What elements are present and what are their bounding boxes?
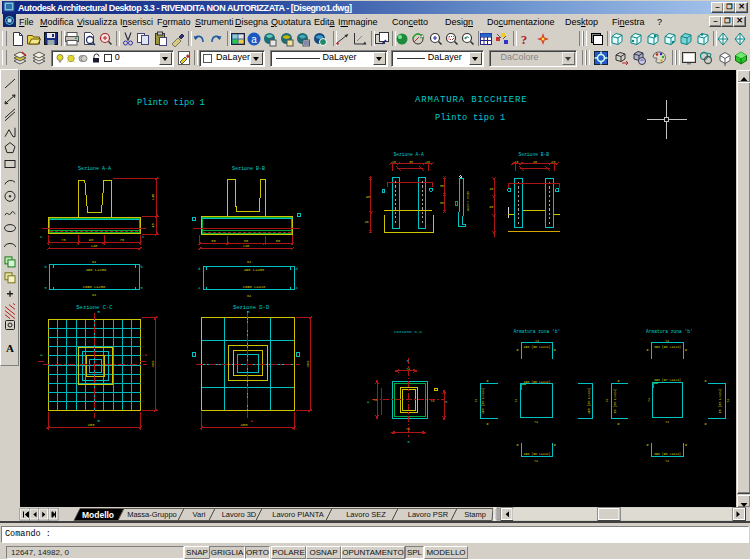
svg-text:Lavoro PSR: Lavoro PSR bbox=[408, 510, 449, 519]
svg-text:A: A bbox=[40, 353, 43, 357]
svg-text:a: a bbox=[251, 34, 257, 45]
svg-text:Ø8 (Ø8 L=424): Ø8 (Ø8 L=424) bbox=[613, 388, 617, 413]
svg-text:74: 74 bbox=[514, 399, 518, 403]
svg-text:13Ø8 L=428: 13Ø8 L=428 bbox=[243, 285, 267, 289]
svg-text:13Ø8 L=258: 13Ø8 L=258 bbox=[83, 285, 107, 289]
svg-text:400: 400 bbox=[88, 423, 96, 427]
svg-text:Sezione A-A: Sezione A-A bbox=[394, 152, 425, 157]
svg-text:Ø: Ø bbox=[487, 379, 489, 383]
svg-text:Sezione C-C: Sezione C-C bbox=[394, 329, 423, 334]
svg-text:74: 74 bbox=[665, 339, 669, 343]
svg-text:15: 15 bbox=[426, 160, 430, 164]
svg-text:Sezione B-B: Sezione B-B bbox=[232, 166, 265, 172]
svg-text:74: 74 bbox=[373, 398, 377, 402]
svg-text:Massa-Gruppo: Massa-Gruppo bbox=[127, 510, 177, 519]
svg-text:5: 5 bbox=[141, 286, 144, 290]
svg-text:Ø: Ø bbox=[685, 348, 687, 352]
svg-text:b: b bbox=[141, 265, 144, 269]
svg-text:74: 74 bbox=[665, 459, 669, 463]
svg-text:15: 15 bbox=[392, 160, 396, 164]
svg-text:74: 74 bbox=[665, 420, 669, 424]
svg-text:Ø: Ø bbox=[705, 379, 707, 383]
svg-text:70: 70 bbox=[120, 238, 124, 242]
svg-text:Ø: Ø bbox=[517, 348, 519, 352]
svg-text:40: 40 bbox=[489, 187, 493, 191]
svg-text:60: 60 bbox=[276, 239, 280, 243]
svg-text:400: 400 bbox=[241, 423, 249, 427]
svg-text:Plinto tipo 1: Plinto tipo 1 bbox=[137, 98, 205, 108]
svg-text:4Ø14 L=208: 4Ø14 L=208 bbox=[466, 191, 470, 211]
svg-text:C: C bbox=[142, 235, 145, 239]
svg-text:?: ? bbox=[521, 32, 528, 47]
svg-text:64: 64 bbox=[247, 260, 251, 264]
svg-text:Lavoro PIANTA: Lavoro PIANTA bbox=[272, 510, 324, 519]
svg-text:4Ø8 (Ø8 L=424): 4Ø8 (Ø8 L=424) bbox=[524, 345, 551, 349]
svg-text:74: 74 bbox=[534, 459, 538, 463]
svg-text:4: 4 bbox=[296, 286, 299, 290]
svg-text:145: 145 bbox=[151, 194, 155, 200]
svg-text:74: 74 bbox=[406, 427, 410, 431]
svg-text:4Ø8 (Ø8 L=424): 4Ø8 (Ø8 L=424) bbox=[524, 380, 551, 384]
svg-text:80: 80 bbox=[244, 239, 248, 243]
svg-text:Ø: Ø bbox=[618, 379, 620, 383]
svg-text:d: d bbox=[198, 267, 200, 271]
svg-text:A: A bbox=[251, 419, 254, 423]
svg-text:95: 95 bbox=[489, 205, 493, 209]
svg-text:B: B bbox=[408, 440, 411, 444]
svg-text:Ø: Ø bbox=[705, 422, 707, 426]
svg-text:Plinto tipo 1: Plinto tipo 1 bbox=[435, 113, 505, 123]
svg-text:74: 74 bbox=[605, 399, 609, 403]
svg-text:8Ø8 (Ø8 L=424): 8Ø8 (Ø8 L=424) bbox=[654, 452, 681, 456]
svg-text:Lavoro 3D: Lavoro 3D bbox=[222, 510, 257, 519]
svg-text:30: 30 bbox=[440, 201, 444, 205]
svg-text:Sezione C-C: Sezione C-C bbox=[76, 304, 113, 311]
svg-text:74: 74 bbox=[726, 399, 730, 403]
svg-text:40: 40 bbox=[364, 220, 368, 224]
svg-text:Modello: Modello bbox=[82, 510, 114, 520]
svg-text:15: 15 bbox=[552, 160, 556, 164]
svg-text:Ø: Ø bbox=[554, 348, 556, 352]
svg-text:64: 64 bbox=[247, 294, 251, 298]
svg-text:4Ø8 L=408: 4Ø8 L=408 bbox=[244, 268, 265, 272]
svg-text:90: 90 bbox=[89, 238, 93, 242]
svg-text:A: A bbox=[367, 400, 370, 404]
svg-text:95: 95 bbox=[366, 195, 370, 199]
svg-text:Ø: Ø bbox=[487, 422, 489, 426]
svg-text:64: 64 bbox=[92, 260, 96, 264]
svg-text:Vari: Vari bbox=[193, 510, 206, 519]
svg-text:Ø8 (Ø8 L=424): Ø8 (Ø8 L=424) bbox=[719, 388, 723, 413]
svg-text:240: 240 bbox=[91, 244, 97, 248]
svg-text:Ø: Ø bbox=[685, 443, 687, 447]
svg-text:30: 30 bbox=[409, 160, 413, 164]
svg-text:Ø: Ø bbox=[647, 348, 649, 352]
svg-text:Armatura zona 'b': Armatura zona 'b' bbox=[513, 329, 560, 334]
svg-text:Sezione A-A: Sezione A-A bbox=[78, 166, 111, 172]
svg-text:15: 15 bbox=[515, 160, 519, 164]
svg-text:Sezione D-D: Sezione D-D bbox=[233, 304, 270, 311]
svg-text:8Ø8 (Ø8 L=424): 8Ø8 (Ø8 L=424) bbox=[654, 345, 681, 349]
svg-text:4: 4 bbox=[198, 286, 201, 290]
svg-text:400: 400 bbox=[151, 360, 155, 368]
svg-text:b: b bbox=[45, 265, 48, 269]
svg-text:4Ø8 (Ø8 L=424): 4Ø8 (Ø8 L=424) bbox=[587, 387, 591, 414]
svg-text:74: 74 bbox=[474, 399, 478, 403]
svg-text:Stamp: Stamp bbox=[464, 510, 486, 519]
svg-text:B: B bbox=[407, 359, 410, 363]
svg-text:5: 5 bbox=[45, 286, 48, 290]
svg-text:64: 64 bbox=[92, 293, 96, 297]
svg-text:74: 74 bbox=[406, 367, 410, 371]
svg-text:4Ø8 (Ø8 L=424): 4Ø8 (Ø8 L=424) bbox=[482, 387, 486, 414]
svg-text:Ø: Ø bbox=[517, 443, 519, 447]
svg-text:74: 74 bbox=[535, 339, 539, 343]
svg-text:d: d bbox=[296, 267, 298, 271]
svg-text:240: 240 bbox=[243, 244, 249, 248]
svg-text:40: 40 bbox=[533, 160, 537, 164]
svg-text:74: 74 bbox=[534, 420, 538, 424]
svg-text:Armatura zona 'b': Armatura zona 'b' bbox=[646, 329, 693, 334]
svg-text:Ø: Ø bbox=[618, 422, 620, 426]
svg-text:74: 74 bbox=[647, 398, 651, 402]
svg-text:Ø: Ø bbox=[554, 443, 556, 447]
svg-text:400: 400 bbox=[306, 360, 310, 368]
svg-text:B: B bbox=[98, 419, 101, 423]
svg-text:70: 70 bbox=[61, 238, 65, 242]
